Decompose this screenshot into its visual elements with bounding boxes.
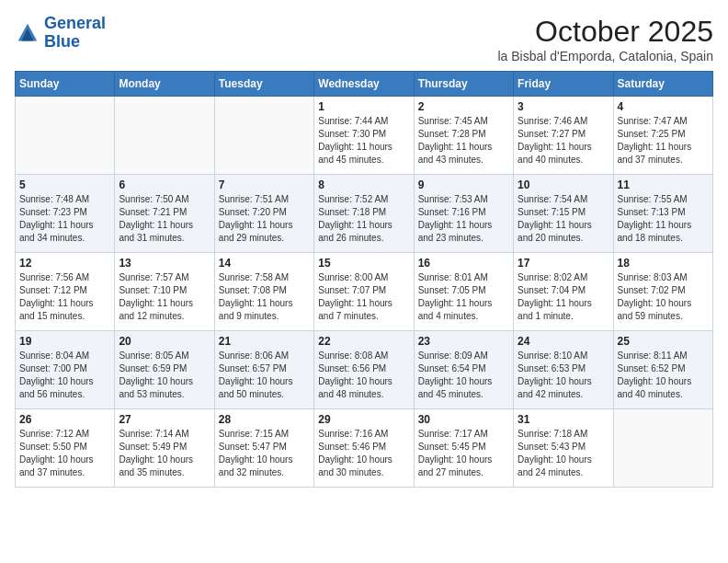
day-info: Sunrise: 7:18 AM Sunset: 5:43 PM Dayligh… [518, 428, 609, 479]
day-number: 29 [318, 413, 409, 426]
day-info: Sunrise: 7:55 AM Sunset: 7:13 PM Dayligh… [618, 193, 709, 245]
day-number: 17 [518, 257, 609, 270]
day-cell: 5Sunrise: 7:48 AM Sunset: 7:23 PM Daylig… [16, 175, 115, 253]
day-cell [115, 97, 214, 175]
day-info: Sunrise: 7:17 AM Sunset: 5:45 PM Dayligh… [418, 428, 509, 479]
day-number: 4 [618, 100, 709, 113]
day-number: 10 [518, 178, 609, 191]
day-info: Sunrise: 8:10 AM Sunset: 6:53 PM Dayligh… [518, 350, 609, 401]
day-info: Sunrise: 7:58 AM Sunset: 7:08 PM Dayligh… [219, 271, 310, 323]
day-cell: 21Sunrise: 8:06 AM Sunset: 6:57 PM Dayli… [214, 331, 313, 409]
day-info: Sunrise: 7:51 AM Sunset: 7:20 PM Dayligh… [219, 193, 310, 245]
day-number: 21 [219, 335, 310, 348]
day-cell [214, 97, 313, 175]
day-number: 16 [418, 257, 509, 270]
day-cell [16, 97, 115, 175]
day-number: 27 [119, 413, 210, 426]
day-cell: 14Sunrise: 7:58 AM Sunset: 7:08 PM Dayli… [214, 253, 313, 331]
day-cell: 8Sunrise: 7:52 AM Sunset: 7:18 PM Daylig… [314, 175, 414, 253]
weekday-header-thursday: Thursday [414, 72, 513, 97]
day-info: Sunrise: 7:47 AM Sunset: 7:25 PM Dayligh… [618, 115, 709, 167]
day-cell: 31Sunrise: 7:18 AM Sunset: 5:43 PM Dayli… [514, 409, 613, 488]
day-info: Sunrise: 7:56 AM Sunset: 7:12 PM Dayligh… [19, 271, 110, 323]
logo-text: General Blue [44, 15, 106, 52]
day-info: Sunrise: 7:15 AM Sunset: 5:47 PM Dayligh… [219, 428, 310, 479]
day-cell: 7Sunrise: 7:51 AM Sunset: 7:20 PM Daylig… [214, 175, 313, 253]
day-cell: 3Sunrise: 7:46 AM Sunset: 7:27 PM Daylig… [514, 97, 613, 175]
day-info: Sunrise: 7:46 AM Sunset: 7:27 PM Dayligh… [518, 115, 609, 167]
day-info: Sunrise: 7:14 AM Sunset: 5:49 PM Dayligh… [119, 428, 210, 479]
title-block: October 2025 la Bisbal d'Emporda, Catalo… [497, 15, 713, 63]
day-info: Sunrise: 7:54 AM Sunset: 7:15 PM Dayligh… [518, 193, 609, 245]
weekday-header-monday: Monday [115, 72, 214, 97]
day-number: 1 [318, 100, 409, 113]
day-number: 3 [518, 100, 609, 113]
logo-line1: General [44, 15, 106, 33]
day-number: 15 [318, 257, 409, 270]
weekday-header-row: SundayMondayTuesdayWednesdayThursdayFrid… [16, 72, 713, 97]
day-number: 20 [119, 335, 210, 348]
day-cell: 18Sunrise: 8:03 AM Sunset: 7:02 PM Dayli… [613, 253, 712, 331]
day-number: 28 [219, 413, 310, 426]
logo-icon [15, 20, 40, 46]
day-number: 13 [119, 257, 210, 270]
day-number: 9 [418, 178, 509, 191]
month-title: October 2025 [497, 15, 713, 49]
day-number: 23 [418, 335, 509, 348]
day-cell: 26Sunrise: 7:12 AM Sunset: 5:50 PM Dayli… [16, 409, 115, 488]
day-cell: 11Sunrise: 7:55 AM Sunset: 7:13 PM Dayli… [613, 175, 712, 253]
week-row-3: 12Sunrise: 7:56 AM Sunset: 7:12 PM Dayli… [16, 253, 713, 331]
day-cell: 10Sunrise: 7:54 AM Sunset: 7:15 PM Dayli… [514, 175, 613, 253]
day-info: Sunrise: 8:04 AM Sunset: 7:00 PM Dayligh… [19, 350, 110, 401]
day-cell: 29Sunrise: 7:16 AM Sunset: 5:46 PM Dayli… [314, 409, 414, 488]
day-number: 14 [219, 257, 310, 270]
day-number: 7 [219, 178, 310, 191]
week-row-5: 26Sunrise: 7:12 AM Sunset: 5:50 PM Dayli… [16, 409, 713, 488]
day-info: Sunrise: 8:01 AM Sunset: 7:05 PM Dayligh… [418, 271, 509, 323]
day-info: Sunrise: 8:08 AM Sunset: 6:56 PM Dayligh… [318, 350, 409, 401]
day-cell: 13Sunrise: 7:57 AM Sunset: 7:10 PM Dayli… [115, 253, 214, 331]
day-number: 26 [19, 413, 110, 426]
day-info: Sunrise: 7:52 AM Sunset: 7:18 PM Dayligh… [318, 193, 409, 245]
day-info: Sunrise: 7:53 AM Sunset: 7:16 PM Dayligh… [418, 193, 509, 245]
day-number: 2 [418, 100, 509, 113]
day-cell: 28Sunrise: 7:15 AM Sunset: 5:47 PM Dayli… [214, 409, 313, 488]
day-number: 19 [19, 335, 110, 348]
day-info: Sunrise: 7:12 AM Sunset: 5:50 PM Dayligh… [19, 428, 110, 479]
day-number: 31 [518, 413, 609, 426]
day-cell: 16Sunrise: 8:01 AM Sunset: 7:05 PM Dayli… [414, 253, 513, 331]
day-number: 12 [19, 257, 110, 270]
logo-line2: Blue [44, 33, 106, 52]
day-info: Sunrise: 8:06 AM Sunset: 6:57 PM Dayligh… [219, 350, 310, 401]
week-row-4: 19Sunrise: 8:04 AM Sunset: 7:00 PM Dayli… [16, 331, 713, 409]
day-cell: 9Sunrise: 7:53 AM Sunset: 7:16 PM Daylig… [414, 175, 513, 253]
day-cell: 30Sunrise: 7:17 AM Sunset: 5:45 PM Dayli… [414, 409, 513, 488]
day-cell: 12Sunrise: 7:56 AM Sunset: 7:12 PM Dayli… [16, 253, 115, 331]
day-cell: 15Sunrise: 8:00 AM Sunset: 7:07 PM Dayli… [314, 253, 414, 331]
day-info: Sunrise: 8:00 AM Sunset: 7:07 PM Dayligh… [318, 271, 409, 323]
day-cell: 27Sunrise: 7:14 AM Sunset: 5:49 PM Dayli… [115, 409, 214, 488]
calendar-table: SundayMondayTuesdayWednesdayThursdayFrid… [15, 71, 713, 488]
weekday-header-tuesday: Tuesday [214, 72, 313, 97]
day-number: 22 [318, 335, 409, 348]
day-info: Sunrise: 8:03 AM Sunset: 7:02 PM Dayligh… [618, 271, 709, 323]
day-number: 11 [618, 178, 709, 191]
weekday-header-sunday: Sunday [16, 72, 115, 97]
day-info: Sunrise: 7:57 AM Sunset: 7:10 PM Dayligh… [119, 271, 210, 323]
day-cell: 4Sunrise: 7:47 AM Sunset: 7:25 PM Daylig… [613, 97, 712, 175]
week-row-1: 1Sunrise: 7:44 AM Sunset: 7:30 PM Daylig… [16, 97, 713, 175]
day-info: Sunrise: 7:44 AM Sunset: 7:30 PM Dayligh… [318, 115, 409, 167]
day-info: Sunrise: 7:45 AM Sunset: 7:28 PM Dayligh… [418, 115, 509, 167]
day-number: 30 [418, 413, 509, 426]
day-number: 25 [618, 335, 709, 348]
day-info: Sunrise: 7:50 AM Sunset: 7:21 PM Dayligh… [119, 193, 210, 245]
weekday-header-friday: Friday [514, 72, 613, 97]
day-cell: 25Sunrise: 8:11 AM Sunset: 6:52 PM Dayli… [613, 331, 712, 409]
day-cell: 24Sunrise: 8:10 AM Sunset: 6:53 PM Dayli… [514, 331, 613, 409]
weekday-header-wednesday: Wednesday [314, 72, 414, 97]
day-info: Sunrise: 7:16 AM Sunset: 5:46 PM Dayligh… [318, 428, 409, 479]
day-number: 6 [119, 178, 210, 191]
day-info: Sunrise: 8:02 AM Sunset: 7:04 PM Dayligh… [518, 271, 609, 323]
week-row-2: 5Sunrise: 7:48 AM Sunset: 7:23 PM Daylig… [16, 175, 713, 253]
day-cell: 17Sunrise: 8:02 AM Sunset: 7:04 PM Dayli… [514, 253, 613, 331]
